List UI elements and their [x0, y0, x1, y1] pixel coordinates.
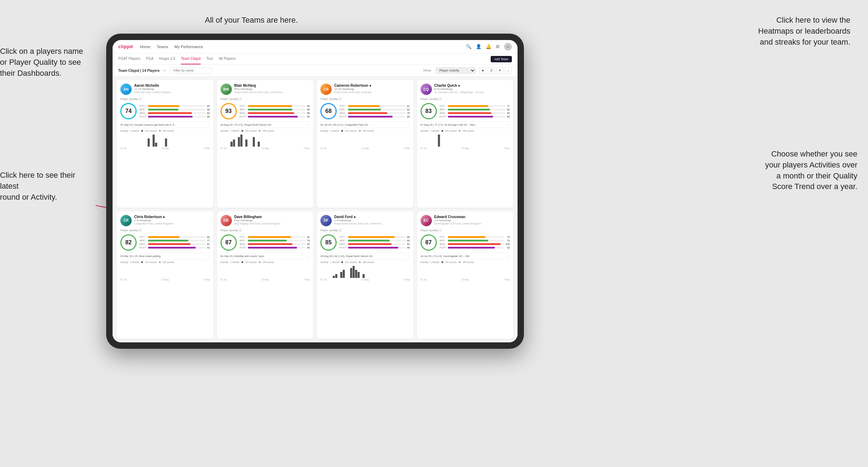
player-info: Chris Robertson ● 1-5 Handicap Craigmill…	[134, 215, 210, 225]
tab-tour[interactable]: Tour	[206, 53, 213, 64]
quality-section: 74 OTT 60 APP 58 ARG 84 PUTT 85	[120, 103, 210, 119]
activity-section: Activity · 1 Month On course Off course …	[120, 259, 210, 281]
quality-circle[interactable]: 87	[421, 234, 437, 251]
show-select[interactable]: Player Activity Quality Score Trend	[435, 67, 476, 74]
stats-grid: OTT 73 APP 79 ARG 103 PUTT 92	[440, 235, 510, 249]
round-arrow-icon: →	[307, 255, 310, 258]
chart-dates: 31 Jul 21 Aug 4 Sep	[221, 278, 310, 281]
filter-button[interactable]: ▼	[496, 67, 503, 74]
latest-round[interactable]: 04 Sep 23 | Mobility with coach, Gym →	[221, 253, 310, 258]
player-name[interactable]: David Ford ●	[334, 215, 410, 219]
chart-dates: 31 Jul 21 Aug 4 Sep	[320, 147, 410, 149]
activity-header: Activity · 1 Month On course Off course	[320, 130, 410, 132]
on-course-dot	[341, 261, 343, 263]
grid-view-button[interactable]: ■	[479, 67, 486, 74]
quality-label: Player Quality ⓘ	[221, 97, 310, 101]
tablet-frame: clippd Home Teams My Performance 🔍 👤 🔔 ⚙…	[106, 34, 524, 349]
player-name[interactable]: Aaron Nicholls	[134, 84, 210, 87]
latest-round[interactable]: 02 Jul 23 | 59 (+17), Craigmillar Park G…	[320, 121, 410, 126]
latest-round[interactable]: 03 Mar 23 | 19, Must make putting →	[120, 253, 210, 258]
filter-input[interactable]	[170, 67, 212, 74]
tab-team-clippd[interactable]: Team Clippd	[181, 53, 201, 64]
quality-circle[interactable]: 68	[320, 103, 337, 119]
edit-icon[interactable]: ✏	[163, 69, 166, 73]
quality-section: 87 OTT 82 APP 74 ARG 85 PUTT 94	[221, 234, 310, 251]
latest-round[interactable]: 26 Aug 23 | 73 (+1), Royal North Devon G…	[221, 121, 310, 126]
latest-round[interactable]: 26 Aug 23 | 84 (+12), Royal North Devon …	[320, 253, 410, 258]
player-club: Sunningdale Golf Club, United Kingdom	[434, 222, 510, 225]
tab-hcaps[interactable]: Hcaps 1-5	[159, 53, 176, 64]
tab-pga[interactable]: PGA	[146, 53, 153, 64]
player-name[interactable]: Edward Crossman	[434, 215, 510, 219]
player-name[interactable]: Charlie Quick ●	[434, 84, 510, 87]
quality-circle[interactable]: 82	[120, 234, 137, 251]
on-course-label: On course	[445, 130, 457, 132]
sort-button[interactable]: ↕	[505, 67, 512, 74]
player-name[interactable]: Cameron Robertson ●	[334, 84, 410, 87]
activity-header: Activity · 1 Month On course Off course	[221, 130, 310, 132]
on-course-dot	[241, 261, 243, 263]
quality-circle[interactable]: 93	[221, 103, 237, 119]
team-bar: Team Clippd | 14 Players ✏ Show: Player …	[113, 65, 518, 76]
player-card[interactable]: DB Dave Billingham Plus Handicap Sog Mag…	[217, 211, 314, 339]
off-course-label: Off course	[163, 130, 174, 132]
player-avatar: DB	[221, 215, 232, 226]
search-icon[interactable]: 🔍	[466, 44, 472, 49]
latest-round[interactable]: 07 Aug 23 | 77 (+7), St George's Hill GC…	[421, 121, 510, 126]
activity-header: Activity · 1 Month On course Off course	[320, 261, 410, 263]
player-header: DF David Ford ● 1-5 Handicap Royal North…	[320, 215, 410, 226]
nav-my-performance[interactable]: My Performance	[175, 45, 203, 49]
latest-round[interactable]: 18 Jul 23 | 74 (+4), Sunningdale GC - Ol…	[421, 253, 510, 258]
player-card[interactable]: DF David Ford ● 1-5 Handicap Royal North…	[317, 211, 413, 339]
nav-teams[interactable]: Teams	[157, 45, 168, 49]
tab-pgat[interactable]: PGAT Players	[118, 53, 140, 64]
round-arrow-icon: →	[207, 255, 210, 258]
player-card[interactable]: EC Edward Crossman 1-5 Handicap Sunningd…	[417, 211, 514, 339]
round-text: 26 Aug 23 | 73 (+1), Royal North Devon G…	[221, 123, 272, 126]
player-handicap: 11:15 Handicap	[134, 87, 210, 91]
player-name[interactable]: Chris Robertson ●	[134, 215, 210, 219]
player-info: David Ford ● 1-5 Handicap Royal North De…	[334, 215, 410, 225]
list-view-button[interactable]: ☰	[488, 67, 495, 74]
nav-home[interactable]: Home	[140, 45, 150, 49]
latest-round[interactable]: 02 Sep 23 | Sunset round to get back int…	[120, 121, 210, 126]
activity-label: Activity · 1 Month	[221, 130, 239, 132]
tab-all-players[interactable]: All Players	[219, 53, 235, 64]
player-handicap: 1-5 Handicap	[334, 219, 410, 222]
quality-section: 82 OTT 60 APP 77 ARG 81 PUTT 91	[120, 234, 210, 251]
round-text: 07 Aug 23 | 77 (+7), St George's Hill GC…	[421, 123, 477, 126]
player-card[interactable]: CR Cameron Robertson ● 11:15 Handicap Ro…	[317, 80, 413, 208]
player-handicap: 1-5 Handicap	[434, 219, 510, 222]
off-course-dot	[259, 130, 261, 132]
player-card[interactable]: AN Aaron Nicholls 11:15 Handicap Drift G…	[117, 80, 213, 208]
bell-icon[interactable]: 🔔	[486, 44, 491, 49]
quality-circle[interactable]: 74	[120, 103, 137, 119]
activity-section: Activity · 1 Month On course Off course …	[120, 128, 210, 149]
nav-right: 🔍 👤 🔔 ⚙ U	[466, 43, 512, 51]
activity-header: Activity · 1 Month On course Off course	[421, 261, 510, 263]
player-card[interactable]: BM Blair McHarg Plus Handicap Royal Nort…	[217, 80, 314, 208]
chart-dates: 31 Jul 21 Aug 4 Sep	[221, 147, 310, 149]
quality-circle[interactable]: 83	[421, 103, 437, 119]
on-course-dot	[141, 261, 143, 263]
player-card[interactable]: CR Chris Robertson ● 1-5 Handicap Craigm…	[117, 211, 213, 339]
player-card[interactable]: CQ Charlie Quick ● 6:10 Handicap St. Geo…	[417, 80, 514, 208]
quality-section: 87 OTT 73 APP 79 ARG 103 PUTT 92	[421, 234, 510, 251]
activity-chart	[421, 264, 510, 278]
avatar[interactable]: U	[504, 43, 512, 51]
quality-circle[interactable]: 85	[320, 234, 337, 251]
add-team-button[interactable]: Add Team	[491, 56, 512, 62]
activity-header: Activity · 1 Month On course Off course	[421, 130, 510, 132]
on-course-dot	[441, 130, 443, 132]
player-name[interactable]: Dave Billingham	[234, 215, 310, 219]
player-header: DB Dave Billingham Plus Handicap Sog Mag…	[221, 215, 310, 226]
activity-label: Activity · 1 Month	[320, 261, 339, 263]
tablet-screen: clippd Home Teams My Performance 🔍 👤 🔔 ⚙…	[113, 40, 518, 342]
player-header: EC Edward Crossman 1-5 Handicap Sunningd…	[421, 215, 510, 226]
quality-circle[interactable]: 87	[221, 234, 237, 251]
activity-label: Activity · 1 Month	[221, 261, 239, 263]
player-name[interactable]: Blair McHarg	[234, 84, 310, 87]
quality-label: Player Quality ⓘ	[320, 97, 410, 101]
user-icon[interactable]: 👤	[476, 44, 481, 49]
settings-icon[interactable]: ⚙	[496, 44, 500, 49]
